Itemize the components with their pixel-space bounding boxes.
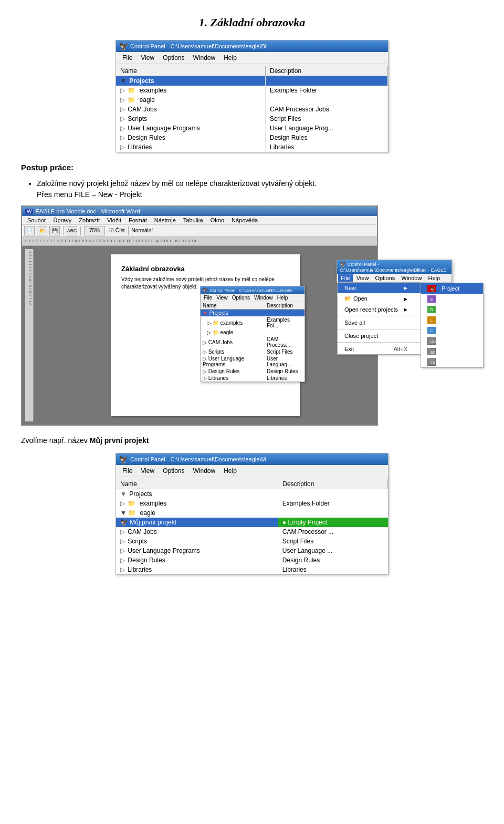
tree-arrow: ▷ [120, 134, 125, 141]
menu-options[interactable]: Options [159, 53, 188, 63]
menu-okno[interactable]: Okno [207, 217, 227, 224]
exit-shortcut: Alt+X [391, 345, 410, 353]
eagle-menu-window[interactable]: Window [398, 274, 424, 282]
menu-help-3[interactable]: Help [219, 466, 241, 476]
file-menu-open-recent[interactable]: Open recent projects ▶ [338, 304, 421, 315]
submenu-arrow: ▶ [401, 306, 410, 313]
toolbar-zoom[interactable]: 75% [84, 226, 105, 235]
menu-view-3[interactable]: View [136, 466, 159, 476]
file-dropdown: New ▶ 🦅 Project S [337, 282, 421, 355]
table-row: ▷ 📁 examples Examples Folder [116, 86, 388, 95]
eagle-menu-file[interactable]: File [338, 274, 353, 282]
submenu-text[interactable]: TXT Text [421, 357, 483, 367]
menu-window-3[interactable]: Window [189, 466, 220, 476]
menu-view[interactable]: View [136, 53, 159, 63]
tree-arrow: ▷ [120, 115, 125, 122]
menu-separator [338, 316, 421, 316]
cp1-menubar[interactable]: File View Options Window Help [116, 52, 388, 64]
tree-arrow: ▷ [120, 87, 125, 94]
menu-zobrazit[interactable]: Zobrazit [76, 217, 103, 224]
nested-cp-menubar[interactable]: File View Options Window Help [201, 294, 304, 302]
eagle-cp-overlay-titlebar: 🦅 Control Panel - C:\Users\samuel\Docume… [337, 260, 452, 274]
menu-separator [338, 342, 421, 343]
submenu-board[interactable]: B Board [421, 304, 483, 315]
toolbar-btn[interactable]: 📄 [24, 226, 35, 235]
cp1-table: Name Description ▼ Projects ▷ 📁 examples… [116, 66, 388, 152]
toolbar-separator [128, 226, 129, 235]
menu-format[interactable]: Formát [125, 217, 150, 224]
word-menubar[interactable]: Soubor Úpravy Zobrazit Vložit Formát Nás… [22, 216, 377, 225]
table-row: ▷ CAM Jobs CAM Processor Jobs [116, 105, 388, 114]
nested-eagle-icon: 🦅 [203, 287, 208, 293]
table-row: ▷ 📁 eagle [116, 95, 388, 105]
menu-file-3[interactable]: File [118, 466, 136, 476]
file-menu-close-project[interactable]: Close project [338, 331, 421, 341]
menu-tabulka[interactable]: Tabulka [180, 217, 206, 224]
menu-soubor[interactable]: Soubor [24, 217, 49, 224]
eagle-menu-view[interactable]: View [354, 274, 372, 282]
col-name: Name [116, 66, 266, 76]
table-row: ▼ 📁 eagle [116, 508, 388, 518]
menu-upravy[interactable]: Úpravy [50, 217, 75, 224]
cp1-title-text: Control Panel - C:\Users\samuel\Document… [130, 43, 268, 49]
word-content-area: ·1·2·1·1·1·2·1·3·1·4·1·5·1·6·1·7·1·8· Zá… [22, 246, 377, 425]
cp3-menubar[interactable]: File View Options Window Help [116, 465, 388, 477]
bullet-list: Založíme nový projekt jehož název by měl… [37, 178, 483, 200]
toolbar-btn[interactable]: 📂 [37, 226, 47, 235]
tree-arrow: ▷ [120, 106, 125, 113]
folder-icon: 📁 [128, 96, 135, 104]
table-row: ▷ Scripts Script Files [116, 114, 388, 123]
menu-help[interactable]: Help [219, 53, 241, 63]
toolbar-btn[interactable]: 💾 [49, 226, 60, 235]
menu-window[interactable]: Window [189, 53, 220, 63]
submenu-ulp[interactable]: ULP ULP [421, 336, 483, 346]
menu-vlozit[interactable]: Vložit [104, 217, 124, 224]
table-row: ▷ Libraries Libraries [116, 565, 388, 574]
word-page: Základní obrazovka Vždy nejprve založíme… [111, 254, 300, 416]
folder-icon: 📁 [128, 500, 135, 507]
tree-arrow: ▷ [120, 538, 125, 545]
word-left-margin: ·1·2·1·1·1·2·1·3·1·4·1·5·1·6·1·7·1·8· [25, 249, 34, 421]
word-ruler: ↕ ·1·2·1·1·1·X·1·1·1·2·1·3·1·4·1·5·1·6·1… [22, 236, 377, 246]
nested-menu-options[interactable]: Options [230, 294, 252, 301]
nested-cp-titlebar: 🦅 Control Panel - C:\Users\samuel\Docume… [201, 286, 304, 294]
file-menu-open[interactable]: 📂 Open ▶ [338, 293, 421, 304]
eagle-menu-options[interactable]: Options [372, 274, 397, 282]
file-menu-exit[interactable]: Exit Alt+X [338, 344, 421, 354]
file-menu-new[interactable]: New ▶ 🦅 Project S [338, 283, 421, 293]
project-icon: 🦅 [427, 285, 436, 292]
table-row: ▷ CAM Jobs CAM Process... [201, 336, 304, 348]
submenu-script[interactable]: SCR Script [421, 346, 483, 357]
nested-menu-window[interactable]: Window [252, 294, 275, 301]
toolbar-style: Normální [132, 228, 153, 233]
toolbar-btn[interactable]: ABC [67, 226, 77, 235]
submenu-library[interactable]: L Library [421, 315, 483, 325]
nested-cp-window: 🦅 Control Panel - C:\Users\samuel\Docume… [200, 286, 305, 382]
nested-menu-file[interactable]: File [202, 294, 214, 301]
submenu-arrow: ▶ [401, 296, 410, 302]
eagle-cp-overlay-menubar[interactable]: File View Options Window Help New ▶ [337, 274, 452, 283]
nested-menu-view[interactable]: View [214, 294, 230, 301]
file-menu-save-all[interactable]: Save all [338, 317, 421, 328]
menu-napoveda[interactable]: Nápověda [228, 217, 261, 224]
tree-arrow: ▷ [120, 500, 125, 507]
submenu-schematic[interactable]: S Schematic [421, 294, 483, 304]
word-toolbar: 📄 📂 💾 ABC 75% ☑ Číst Normální [22, 225, 377, 236]
menu-separator [338, 329, 421, 329]
cp3-col-name: Name [116, 479, 278, 489]
eagle-menu-help[interactable]: Help [425, 274, 443, 282]
menu-options-3[interactable]: Options [159, 466, 188, 476]
folder-icon: 📁 [128, 87, 135, 94]
submenu-project[interactable]: 🦅 Project [421, 283, 483, 294]
eagle-overlay-icon: 🦅 [340, 261, 346, 267]
cp-window-1: 🦅 Control Panel - C:\Users\samuel\Docume… [116, 40, 388, 152]
cp3-table: Name Description ▼ Projects ▷ 📁 examples… [116, 479, 388, 574]
nested-menu-help[interactable]: Help [275, 294, 290, 301]
eagle-red-icon: 🦅 [120, 519, 128, 526]
table-row: ▷ Design Rules Design Rules [116, 555, 388, 565]
menu-file[interactable]: File [118, 53, 136, 63]
submenu-camjob[interactable]: C CAM Job [421, 325, 483, 336]
menu-nastroje[interactable]: Nástroje [151, 217, 179, 224]
toolbar-label: ☑ Číst [109, 228, 125, 233]
word-page-wrap: Základní obrazovka Vždy nejprve založíme… [37, 249, 374, 421]
